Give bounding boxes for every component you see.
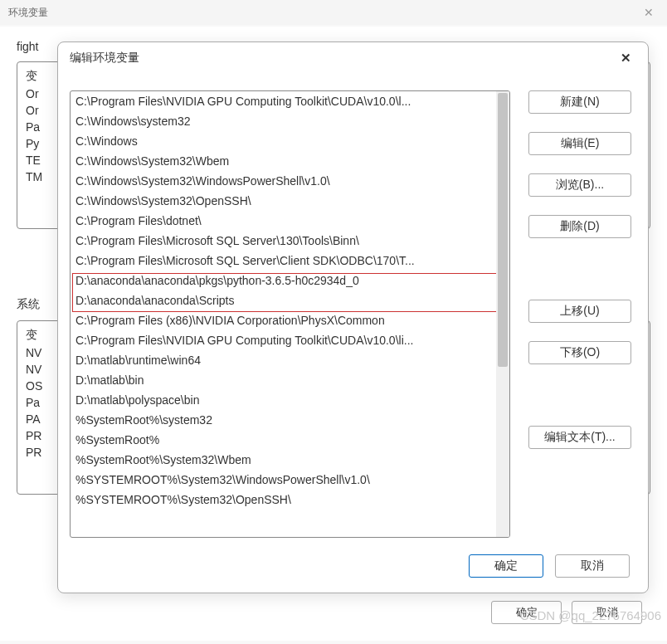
spacer [528,256,631,281]
spacer [528,383,631,407]
list-item[interactable]: C:\Program Files\Microsoft SQL Server\13… [71,231,509,251]
list-item[interactable]: C:\Program Files\NVIDIA GPU Computing To… [71,91,509,111]
browse-button[interactable]: 浏览(B)... [528,173,631,197]
edit-text-button[interactable]: 编辑文本(T)... [528,426,631,449]
list-item[interactable]: D:\anaconda\anaconda\Scripts [71,290,509,310]
ok-button[interactable]: 确定 [491,601,562,624]
list-item[interactable]: D:\matlab\runtime\win64 [71,350,509,370]
cancel-button[interactable]: 取消 [555,554,630,578]
list-item[interactable]: C:\Program Files\NVIDIA GPU Computing To… [71,330,509,350]
path-list-wrapper: C:\Program Files\NVIDIA GPU Computing To… [70,90,510,538]
list-item[interactable]: C:\Windows\system32 [71,111,509,131]
list-item[interactable]: C:\Windows [71,131,509,151]
list-item[interactable]: %SYSTEMROOT%\System32\OpenSSH\ [71,490,509,510]
path-listbox[interactable]: C:\Program Files\NVIDIA GPU Computing To… [70,90,510,538]
move-down-button[interactable]: 下移(O) [528,341,631,364]
move-up-button[interactable]: 上移(U) [528,300,631,323]
list-item[interactable]: D:\matlab\polyspace\bin [71,390,509,410]
list-item[interactable]: D:\anaconda\anaconda\pkgs\python-3.6.5-h… [71,271,509,290]
list-item[interactable]: %SYSTEMROOT%\System32\WindowsPowerShell\… [71,470,509,490]
delete-button[interactable]: 删除(D) [528,215,631,238]
edit-env-var-dialog: 编辑环境变量 ✕ C:\Program Files\NVIDIA GPU Com… [57,41,649,593]
list-item[interactable]: D:\matlab\bin [71,370,509,390]
cancel-button[interactable]: 取消 [572,601,642,624]
list-item[interactable]: C:\Program Files\Microsoft SQL Server\Cl… [71,251,509,271]
ok-button[interactable]: 确定 [469,554,543,578]
parent-title: 环境变量 [8,6,48,20]
list-item[interactable]: C:\Program Files (x86)\NVIDIA Corporatio… [71,310,509,330]
parent-titlebar: 环境变量 ✕ [0,0,667,25]
scroll-thumb[interactable] [498,93,508,367]
list-item[interactable]: %SystemRoot%\system32 [71,410,509,430]
list-item[interactable]: C:\Windows\System32\WindowsPowerShell\v1… [71,171,509,191]
close-icon[interactable]: ✕ [616,49,636,67]
list-item[interactable]: C:\Windows\System32\Wbem [71,151,509,171]
edit-button[interactable]: 编辑(E) [528,132,631,155]
list-item[interactable]: %SystemRoot% [71,430,509,450]
edit-body: C:\Program Files\NVIDIA GPU Computing To… [58,74,648,548]
edit-title: 编辑环境变量 [70,51,139,66]
close-icon[interactable]: ✕ [639,6,659,19]
action-buttons-column: 新建(N) 编辑(E) 浏览(B)... 删除(D) 上移(U) 下移(O) 编… [528,90,631,538]
scrollbar[interactable] [496,91,509,537]
edit-titlebar: 编辑环境变量 ✕ [58,42,648,74]
list-item[interactable]: C:\Windows\System32\OpenSSH\ [71,191,509,211]
edit-footer: 确定 取消 [58,548,648,593]
list-item[interactable]: C:\Program Files\dotnet\ [71,211,509,231]
list-item[interactable]: %SystemRoot%\System32\Wbem [71,450,509,470]
new-button[interactable]: 新建(N) [528,90,631,114]
